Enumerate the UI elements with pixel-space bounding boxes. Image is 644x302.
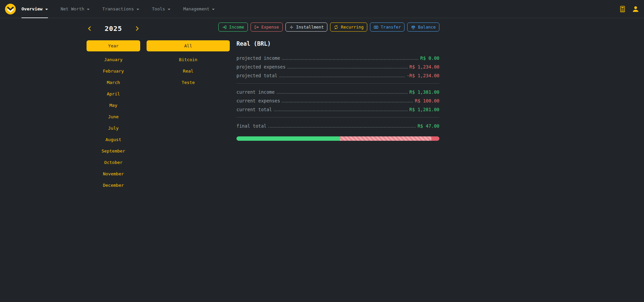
installment-button-label: Installment [296, 25, 324, 30]
accounts-column: All Bitcoin Real Teste [147, 40, 230, 90]
transfer-button[interactable]: Transfer [370, 23, 405, 32]
dotted-leader [277, 93, 408, 94]
account-real[interactable]: Real [183, 69, 193, 74]
summary-row-current-expenses: current expenses R$ 100.00 [236, 96, 439, 105]
year-navigation: 2025 [87, 23, 140, 34]
row-value: -R$ 1,234.00 [407, 73, 439, 78]
scale-icon [411, 25, 416, 30]
chevron-left-icon [87, 26, 93, 31]
month-may[interactable]: May [109, 103, 117, 108]
main-nav: Overview Net Worth Transactions Tools Ma… [21, 0, 227, 18]
summary-row-projected-income: projected income R$ 0.00 [236, 54, 439, 62]
divide-icon [289, 25, 294, 30]
balance-button[interactable]: Balance [407, 23, 439, 32]
expense-button[interactable]: Expense [251, 23, 283, 32]
month-list: January February March April May June Ju… [87, 56, 140, 189]
summary-title: Real (BRL) [236, 40, 439, 47]
row-value: R$ 1,381.00 [410, 89, 439, 95]
chevron-right-icon [134, 26, 140, 31]
nav-management-label: Management [183, 6, 209, 11]
box-arrow-in-right-icon [222, 25, 227, 30]
row-value: R$ 1,234.00 [410, 64, 439, 70]
balance-button-label: Balance [418, 25, 436, 30]
recurring-button[interactable]: Recurring [330, 23, 367, 32]
row-label: projected total [236, 73, 277, 78]
recurring-button-label: Recurring [341, 25, 364, 30]
chevron-down-icon [45, 9, 48, 10]
all-accounts-button[interactable]: All [147, 40, 230, 51]
dotted-leader [287, 68, 407, 69]
navbar-right [619, 5, 639, 13]
progress-segment-expense-striped [340, 136, 431, 141]
chevron-down-icon [212, 9, 215, 10]
row-label: current income [236, 89, 275, 95]
month-october[interactable]: October [104, 160, 123, 165]
expense-button-label: Expense [261, 25, 279, 30]
year-button[interactable]: Year [87, 40, 140, 51]
chevron-down-icon [168, 9, 170, 10]
budget-progress-bar [236, 136, 439, 141]
row-label: current expenses [236, 98, 280, 103]
month-november[interactable]: November [103, 171, 124, 176]
cash-transfer-icon [374, 25, 378, 30]
arrow-repeat-icon [334, 25, 338, 30]
progress-segment-income [236, 136, 340, 141]
calculator-button[interactable] [619, 6, 626, 12]
main-content: 2025 Year January February March April M… [0, 18, 644, 302]
month-june[interactable]: June [108, 114, 118, 119]
nav-tools-label: Tools [152, 6, 165, 11]
nav-tools[interactable]: Tools [152, 0, 170, 18]
summary-column: Income Expense Installme [236, 23, 439, 141]
box-arrow-right-icon [254, 25, 259, 30]
month-september[interactable]: September [102, 148, 125, 154]
income-button-label: Income [229, 25, 244, 30]
month-april[interactable]: April [107, 91, 120, 96]
row-value: R$ 47.00 [418, 123, 439, 129]
profile-button[interactable] [632, 5, 639, 13]
dotted-leader [268, 127, 416, 128]
month-january[interactable]: January [104, 57, 123, 62]
summary-row-projected-expenses: projected expenses R$ 1,234.00 [236, 62, 439, 71]
installment-button[interactable]: Installment [285, 23, 328, 32]
transaction-action-buttons: Income Expense Installme [236, 23, 439, 32]
month-february[interactable]: February [103, 69, 124, 74]
transfer-button-label: Transfer [381, 25, 401, 30]
summary-row-projected-total: projected total -R$ 1,234.00 [236, 71, 439, 80]
row-value: R$ 100.00 [415, 98, 439, 103]
month-march[interactable]: March [107, 80, 120, 85]
nav-overview[interactable]: Overview [21, 0, 48, 18]
month-july[interactable]: July [108, 126, 118, 131]
dotted-leader [282, 59, 418, 60]
progress-segment-expense-solid [431, 136, 439, 141]
summary-row-current-total: current total R$ 1,281.00 [236, 105, 439, 114]
chevron-down-icon [87, 9, 90, 10]
brand-logo-icon [5, 3, 16, 15]
calculator-icon [619, 6, 626, 12]
month-december[interactable]: December [103, 183, 124, 188]
nav-net-worth[interactable]: Net Worth [61, 0, 90, 18]
account-list: Bitcoin Real Teste [147, 56, 230, 86]
app-logo[interactable] [5, 3, 16, 15]
nav-transactions[interactable]: Transactions [102, 0, 139, 18]
account-bitcoin[interactable]: Bitcoin [179, 57, 198, 62]
dotted-leader [282, 102, 413, 102]
prev-year-button[interactable] [87, 25, 93, 32]
month-august[interactable]: August [106, 137, 121, 142]
nav-transactions-label: Transactions [102, 6, 134, 11]
account-teste[interactable]: Teste [181, 80, 195, 85]
income-button[interactable]: Income [218, 23, 248, 32]
row-label: projected expenses [236, 64, 285, 70]
summary-row-current-income: current income R$ 1,381.00 [236, 88, 439, 96]
row-label: projected income [236, 55, 280, 61]
next-year-button[interactable] [133, 25, 140, 32]
row-value: R$ 1,281.00 [410, 107, 439, 112]
nav-management[interactable]: Management [183, 0, 215, 18]
divider [236, 117, 439, 118]
dotted-leader [279, 77, 405, 77]
dotted-leader [274, 111, 408, 111]
nav-net-worth-label: Net Worth [61, 6, 84, 11]
divider [236, 83, 439, 84]
chevron-down-icon [137, 9, 139, 10]
year-label: 2025 [105, 25, 122, 33]
summary-row-final-total: final total R$ 47.00 [236, 122, 439, 130]
